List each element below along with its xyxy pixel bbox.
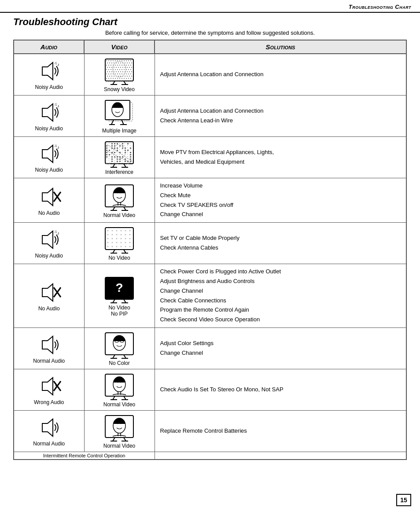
audio-label: Noisy Audio: [16, 253, 82, 259]
svg-rect-66: [111, 71, 112, 72]
svg-rect-206: [106, 156, 107, 158]
solution-item: Set TV or Cable Mode Properly: [160, 234, 401, 243]
col-header-video: Video: [84, 40, 155, 54]
svg-rect-25: [127, 63, 128, 63]
svg-line-139: [122, 120, 124, 125]
svg-rect-100: [106, 78, 107, 79]
svg-rect-42: [111, 67, 112, 68]
svg-rect-6: [111, 60, 111, 61]
svg-line-343: [113, 438, 115, 441]
svg-point-272: [116, 230, 118, 232]
svg-rect-90: [111, 76, 112, 77]
solution-item: Move PTV from Electrical Appliances, Lig…: [160, 148, 401, 157]
svg-rect-181: [119, 150, 120, 150]
svg-point-297: [121, 246, 122, 247]
svg-point-290: [116, 242, 118, 243]
svg-line-332: [113, 396, 115, 400]
svg-rect-64: [107, 71, 108, 72]
svg-rect-178: [111, 150, 112, 150]
svg-rect-46: [120, 67, 121, 68]
svg-rect-152: [122, 143, 123, 144]
svg-rect-7: [113, 60, 114, 61]
solution-item: Adjust Antenna Location and Connection: [160, 107, 401, 116]
svg-rect-65: [109, 71, 110, 72]
video-cell: Normal Video: [84, 178, 155, 223]
svg-rect-200: [117, 154, 117, 154]
svg-rect-161: [119, 145, 121, 147]
svg-rect-231: [119, 161, 121, 162]
svg-line-138: [111, 120, 114, 125]
solution-item: Adjust Color Settings: [160, 339, 401, 348]
solution-cell: Replace Remote Control Batteries: [155, 410, 406, 452]
svg-rect-98: [129, 76, 130, 77]
video-label: Snowy Video: [86, 86, 153, 92]
audio-cell: No Audio: [14, 264, 84, 328]
audio-cell: ♪ ♫ Noisy Audio: [14, 54, 84, 96]
main-table-container: Audio Video Solutions ♪ ♫ Noisy Audio Sn…: [13, 40, 407, 460]
svg-point-273: [121, 230, 122, 232]
table-row: ♪ ♫ Noisy Audio No VideoSet TV or Cable …: [14, 223, 406, 264]
video-cell: ? No VideoNo PIP: [84, 264, 155, 328]
svg-rect-53: [108, 69, 109, 70]
video-cell: Snowy Video: [84, 54, 155, 96]
svg-rect-240: [117, 163, 118, 164]
svg-point-276: [107, 234, 109, 235]
video-cell: Normal Video: [84, 410, 155, 452]
svg-line-344: [124, 438, 126, 441]
svg-rect-60: [124, 69, 125, 70]
solution-cell: Move PTV from Electrical Appliances, Lig…: [155, 137, 406, 178]
svg-rect-67: [114, 71, 114, 72]
svg-rect-28: [106, 65, 107, 66]
svg-rect-212: [122, 156, 123, 158]
svg-rect-16: [107, 63, 108, 63]
svg-rect-170: [117, 147, 118, 149]
solution-item: Program the Remote Control Again: [160, 305, 401, 315]
svg-line-309: [113, 299, 115, 303]
audio-cell: Normal Audio: [14, 327, 84, 369]
svg-rect-216: [106, 158, 107, 159]
svg-rect-75: [131, 71, 132, 72]
svg-rect-69: [118, 71, 119, 72]
svg-rect-204: [127, 154, 128, 154]
video-label: Interference: [86, 169, 153, 175]
svg-rect-9: [117, 60, 118, 61]
video-label: No Video: [86, 255, 153, 261]
page-header: Troubleshooting Chart: [0, 0, 420, 13]
svg-rect-186: [106, 152, 107, 153]
troubleshooting-table: Audio Video Solutions ♪ ♫ Noisy Audio Sn…: [13, 40, 407, 460]
table-row: No Audio Normal VideoIncrease VolumeChec…: [14, 178, 406, 223]
audio-label: Normal Audio: [16, 441, 82, 447]
svg-text:♪: ♪: [57, 145, 59, 150]
svg-rect-41: [109, 67, 110, 68]
svg-rect-103: [113, 78, 114, 79]
solution-item: Check Second Video Source Operation: [160, 315, 401, 324]
solution-cell-empty: [155, 452, 406, 460]
svg-rect-169: [114, 147, 115, 149]
svg-rect-57: [117, 69, 118, 70]
table-row: No Audio ? No VideoNo PIPCheck Power Cor…: [14, 264, 406, 328]
svg-rect-24: [125, 63, 125, 63]
svg-rect-8: [115, 60, 116, 61]
svg-rect-32: [115, 65, 116, 66]
audio-cell: ♪ ♫ Noisy Audio: [14, 223, 84, 264]
svg-rect-4: [106, 60, 107, 61]
svg-rect-97: [127, 76, 128, 77]
svg-text:♫: ♫: [54, 229, 57, 234]
solution-item: Check Antenna Lead-in Wire: [160, 116, 401, 125]
svg-rect-91: [114, 76, 114, 77]
svg-point-284: [116, 238, 118, 239]
svg-rect-207: [109, 156, 109, 157]
video-cell: Interference: [84, 137, 155, 178]
svg-rect-106: [119, 78, 120, 79]
solution-item: Check Mute: [160, 191, 401, 200]
svg-rect-225: [130, 158, 131, 160]
svg-rect-219: [114, 158, 114, 159]
svg-line-300: [113, 250, 115, 253]
svg-rect-62: [128, 69, 129, 70]
svg-rect-205: [130, 154, 131, 155]
header-title: Troubleshooting Chart: [349, 4, 411, 10]
svg-point-291: [121, 242, 122, 243]
svg-rect-119: [122, 80, 123, 81]
svg-rect-33: [117, 65, 118, 66]
svg-rect-164: [127, 145, 128, 146]
